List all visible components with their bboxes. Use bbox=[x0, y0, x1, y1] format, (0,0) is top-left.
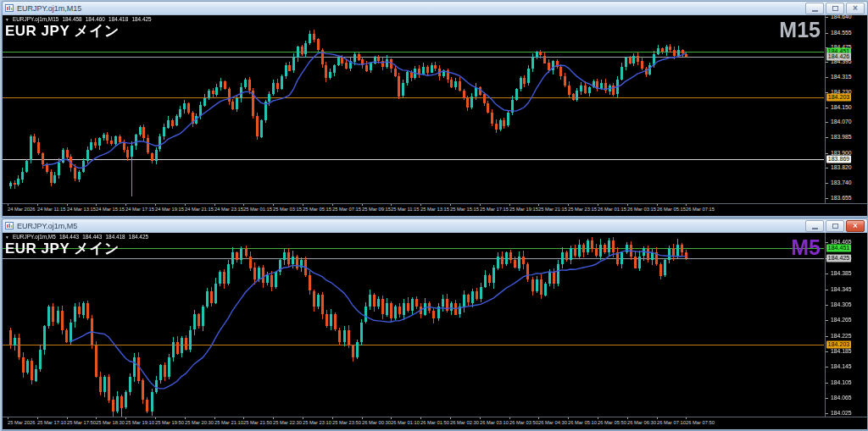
close-button[interactable]: × bbox=[846, 3, 865, 14]
time-tick bbox=[273, 417, 274, 419]
time-tick bbox=[8, 204, 8, 206]
time-tick-label: 26 Mar 03:10 bbox=[480, 420, 509, 425]
time-tick bbox=[420, 417, 421, 419]
time-tick-label: 26 Mar 07:15 bbox=[686, 207, 715, 212]
time-tick bbox=[450, 204, 451, 206]
time-tick-label: 24 Mar 23:15 bbox=[214, 207, 243, 212]
price-tick-label: 184.265 bbox=[831, 317, 852, 323]
mdi-workspace: { "app": {"background": "#b9cfe4"}, "win… bbox=[0, 0, 868, 431]
time-tick bbox=[568, 417, 569, 419]
chart-plot-area[interactable] bbox=[3, 15, 824, 204]
time-tick bbox=[332, 417, 333, 419]
window-title: EURJPY.oj1m,M15 bbox=[17, 4, 81, 13]
time-tick bbox=[303, 417, 303, 419]
chart-title: EUR JPY メイン bbox=[5, 21, 120, 41]
time-tick-label: 25 Mar 21:10 bbox=[214, 420, 243, 425]
time-tick bbox=[568, 204, 569, 206]
price-tick bbox=[826, 351, 828, 352]
price-tick-label: 183.985 bbox=[831, 134, 852, 141]
time-tick bbox=[480, 204, 481, 206]
time-tick-label: 25 Mar 19:15 bbox=[509, 207, 538, 212]
time-tick-label: 25 Mar 22:30 bbox=[273, 420, 302, 425]
price-tick-label: 184.070 bbox=[831, 119, 852, 125]
time-tick-label: 26 Mar 06:30 bbox=[627, 420, 656, 425]
window-chart-icon bbox=[5, 222, 14, 229]
price-axis[interactable]: 184.640184.555184.475184.395184.315184.2… bbox=[825, 15, 867, 204]
time-tick-label: 25 Mar 20:30 bbox=[185, 420, 214, 425]
price-marker: 184.203 bbox=[826, 94, 851, 102]
time-tick-label: 25 Mar 01:15 bbox=[243, 207, 272, 212]
time-tick bbox=[627, 204, 628, 206]
price-tick bbox=[826, 290, 828, 290]
time-tick bbox=[391, 204, 392, 206]
price-tick bbox=[826, 367, 828, 367]
time-tick-label: 25 Mar 23:50 bbox=[332, 420, 361, 425]
time-tick bbox=[657, 204, 658, 206]
price-axis[interactable]: 184.465184.425184.385184.345184.305184.2… bbox=[825, 233, 867, 417]
window-chart-icon bbox=[5, 4, 14, 12]
price-tick bbox=[826, 198, 828, 199]
close-value: 184.425 bbox=[131, 16, 151, 22]
price-tick bbox=[826, 336, 828, 337]
price-marker: 184.451 bbox=[826, 245, 851, 252]
time-tick-label: 25 Mar 17:10 bbox=[37, 420, 66, 425]
time-tick bbox=[155, 204, 156, 206]
time-tick bbox=[273, 204, 274, 206]
time-axis[interactable]: 24 Mar 202624 Mar 11:1524 Mar 13:1524 Ma… bbox=[3, 203, 867, 216]
price-tick bbox=[826, 137, 828, 138]
time-tick bbox=[538, 417, 539, 419]
time-tick bbox=[243, 204, 244, 206]
time-tick-label: 24 Mar 13:15 bbox=[67, 207, 96, 212]
time-tick-label: 25 Mar 19:10 bbox=[125, 420, 154, 425]
price-tick-label: 184.225 bbox=[831, 333, 852, 340]
close-value: 184.425 bbox=[129, 234, 148, 240]
time-tick bbox=[480, 417, 481, 419]
minimize-button[interactable] bbox=[805, 3, 824, 14]
time-tick-label: 26 Mar 02:30 bbox=[450, 420, 479, 425]
maximize-button[interactable] bbox=[826, 3, 844, 14]
time-tick bbox=[332, 204, 333, 206]
time-tick bbox=[362, 417, 363, 419]
price-tick bbox=[826, 320, 828, 321]
price-tick-label: 184.145 bbox=[831, 363, 852, 370]
chart-plot-area[interactable] bbox=[3, 233, 824, 417]
price-tick-label: 183.740 bbox=[831, 180, 852, 186]
window-titlebar[interactable]: EURJPY.oj1m,M5 × bbox=[3, 219, 867, 233]
price-marker: 184.426 bbox=[826, 53, 851, 61]
price-tick-label: 184.555 bbox=[831, 30, 852, 36]
time-tick bbox=[96, 417, 97, 419]
time-tick-label: 24 Mar 21:15 bbox=[185, 207, 214, 212]
price-tick bbox=[826, 17, 828, 18]
close-icon: × bbox=[853, 4, 858, 13]
minimize-button[interactable] bbox=[805, 220, 824, 232]
time-tick-label: 25 Mar 09:15 bbox=[362, 207, 391, 212]
time-tick-label: 26 Mar 05:50 bbox=[598, 420, 626, 425]
price-marker: 183.869 bbox=[826, 156, 851, 163]
time-axis[interactable]: 25 Mar 202625 Mar 17:1025 Mar 17:5025 Ma… bbox=[3, 417, 867, 429]
time-tick bbox=[8, 417, 8, 419]
close-button[interactable]: × bbox=[846, 220, 865, 232]
time-tick bbox=[37, 417, 38, 419]
time-tick-label: 26 Mar 01:15 bbox=[598, 207, 626, 212]
price-tick-label: 184.185 bbox=[831, 348, 852, 355]
time-tick bbox=[185, 417, 186, 419]
time-tick-label: 24 Mar 11:15 bbox=[37, 207, 66, 212]
price-tick bbox=[826, 62, 828, 63]
window-titlebar[interactable]: EURJPY.oj1m,M15 × bbox=[3, 2, 867, 15]
time-tick-label: 25 Mar 18:30 bbox=[96, 420, 125, 425]
price-tick-label: 184.305 bbox=[831, 301, 852, 308]
price-tick-label: 184.150 bbox=[831, 104, 852, 111]
time-tick-label: 25 Mar 17:15 bbox=[480, 207, 509, 212]
price-tick-label: 184.315 bbox=[831, 74, 852, 80]
close-icon: × bbox=[853, 222, 858, 230]
time-tick bbox=[214, 417, 215, 419]
price-tick bbox=[826, 398, 828, 399]
time-tick bbox=[125, 417, 126, 419]
price-tick-label: 183.655 bbox=[831, 195, 852, 202]
price-tick-label: 184.105 bbox=[831, 379, 852, 386]
price-tick-label: 184.345 bbox=[831, 286, 852, 293]
price-tick-label: 184.065 bbox=[831, 395, 852, 401]
time-tick-label: 25 Mar 03:15 bbox=[273, 207, 302, 212]
time-tick-label: 25 Mar 17:50 bbox=[67, 420, 96, 425]
maximize-button[interactable] bbox=[826, 220, 844, 232]
